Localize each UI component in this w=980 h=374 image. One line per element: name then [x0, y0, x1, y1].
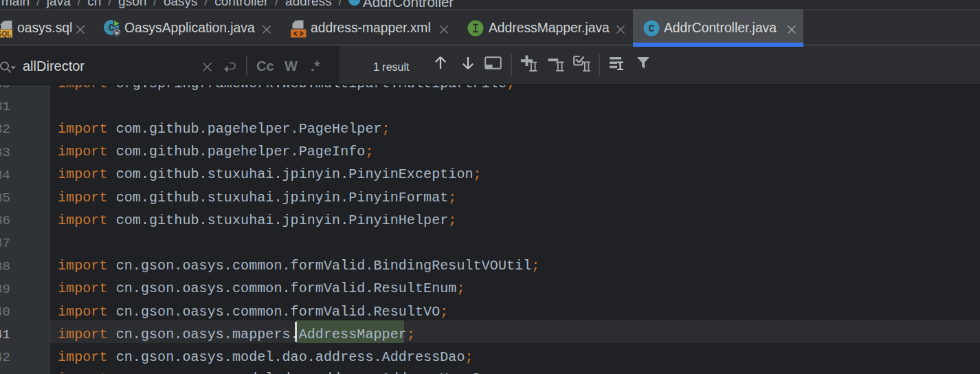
svg-text:C: C: [648, 23, 654, 35]
svg-text:SQL: SQL: [0, 30, 11, 38]
